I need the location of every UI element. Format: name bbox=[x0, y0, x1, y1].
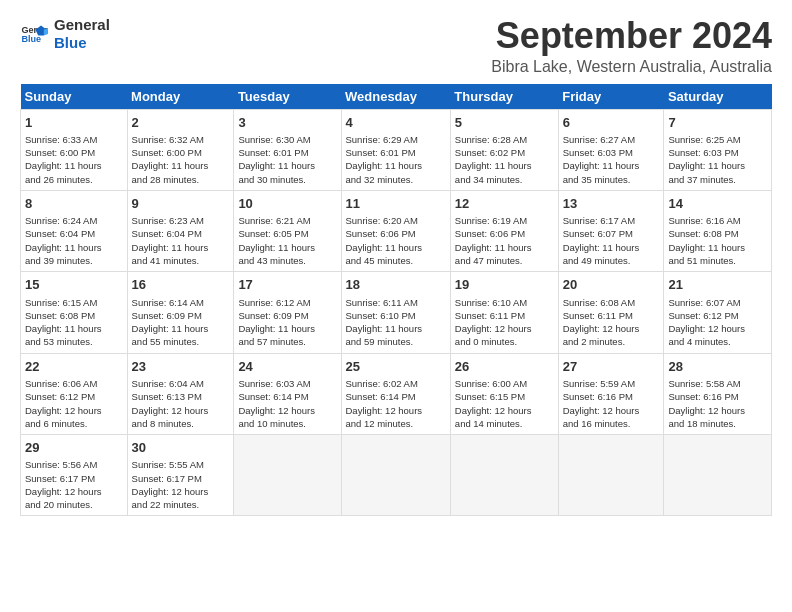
day-info-line: Daylight: 11 hours bbox=[563, 241, 660, 254]
day-info-line: Sunrise: 6:19 AM bbox=[455, 214, 554, 227]
day-number: 21 bbox=[668, 276, 767, 294]
day-info-line: Daylight: 12 hours bbox=[668, 322, 767, 335]
weekday-tuesday: Tuesday bbox=[234, 84, 341, 110]
day-info-line: Sunset: 6:09 PM bbox=[132, 309, 230, 322]
day-number: 22 bbox=[25, 358, 123, 376]
week-row-5: 29Sunrise: 5:56 AMSunset: 6:17 PMDayligh… bbox=[21, 435, 772, 516]
day-info-line: Sunrise: 6:06 AM bbox=[25, 377, 123, 390]
day-info-line: Daylight: 12 hours bbox=[455, 404, 554, 417]
calendar-cell: 28Sunrise: 5:58 AMSunset: 6:16 PMDayligh… bbox=[664, 353, 772, 434]
weekday-saturday: Saturday bbox=[664, 84, 772, 110]
day-info-line: Sunrise: 6:08 AM bbox=[563, 296, 660, 309]
day-info-line: Sunrise: 6:20 AM bbox=[346, 214, 446, 227]
day-info-line: and 26 minutes. bbox=[25, 173, 123, 186]
day-number: 3 bbox=[238, 114, 336, 132]
day-info-line: Daylight: 11 hours bbox=[346, 159, 446, 172]
day-info-line: Daylight: 12 hours bbox=[346, 404, 446, 417]
day-info-line: Sunset: 6:16 PM bbox=[563, 390, 660, 403]
calendar-cell: 1Sunrise: 6:33 AMSunset: 6:00 PMDaylight… bbox=[21, 109, 128, 190]
day-info-line: Daylight: 11 hours bbox=[132, 322, 230, 335]
day-info-line: and 4 minutes. bbox=[668, 335, 767, 348]
day-info-line: Sunset: 6:16 PM bbox=[668, 390, 767, 403]
day-info-line: Daylight: 12 hours bbox=[132, 404, 230, 417]
calendar-cell bbox=[341, 435, 450, 516]
day-info-line: Sunrise: 6:23 AM bbox=[132, 214, 230, 227]
day-number: 19 bbox=[455, 276, 554, 294]
weekday-header-row: SundayMondayTuesdayWednesdayThursdayFrid… bbox=[21, 84, 772, 110]
calendar-cell: 8Sunrise: 6:24 AMSunset: 6:04 PMDaylight… bbox=[21, 190, 128, 271]
svg-text:Blue: Blue bbox=[21, 34, 41, 44]
day-info-line: Daylight: 11 hours bbox=[346, 322, 446, 335]
day-info-line: Sunrise: 5:59 AM bbox=[563, 377, 660, 390]
calendar-cell bbox=[450, 435, 558, 516]
day-info-line: Sunset: 6:11 PM bbox=[563, 309, 660, 322]
day-info-line: Daylight: 11 hours bbox=[668, 159, 767, 172]
day-number: 17 bbox=[238, 276, 336, 294]
day-info-line: Sunrise: 6:15 AM bbox=[25, 296, 123, 309]
day-number: 27 bbox=[563, 358, 660, 376]
day-info-line: Sunrise: 5:55 AM bbox=[132, 458, 230, 471]
calendar-cell: 4Sunrise: 6:29 AMSunset: 6:01 PMDaylight… bbox=[341, 109, 450, 190]
page: General Blue General Blue September 2024… bbox=[0, 0, 792, 532]
day-info-line: and 45 minutes. bbox=[346, 254, 446, 267]
calendar-cell: 18Sunrise: 6:11 AMSunset: 6:10 PMDayligh… bbox=[341, 272, 450, 353]
day-info-line: Sunrise: 6:10 AM bbox=[455, 296, 554, 309]
day-number: 20 bbox=[563, 276, 660, 294]
day-info-line: Sunset: 6:04 PM bbox=[132, 227, 230, 240]
day-info-line: Sunrise: 6:21 AM bbox=[238, 214, 336, 227]
day-info-line: Sunset: 6:12 PM bbox=[668, 309, 767, 322]
day-number: 12 bbox=[455, 195, 554, 213]
calendar-cell: 15Sunrise: 6:15 AMSunset: 6:08 PMDayligh… bbox=[21, 272, 128, 353]
day-info-line: Daylight: 11 hours bbox=[25, 241, 123, 254]
day-info-line: and 16 minutes. bbox=[563, 417, 660, 430]
day-info-line: Daylight: 11 hours bbox=[668, 241, 767, 254]
logo: General Blue General Blue bbox=[20, 16, 110, 52]
day-info-line: Sunrise: 6:00 AM bbox=[455, 377, 554, 390]
day-info-line: Sunset: 6:14 PM bbox=[238, 390, 336, 403]
day-number: 15 bbox=[25, 276, 123, 294]
day-number: 14 bbox=[668, 195, 767, 213]
day-info-line: Daylight: 12 hours bbox=[563, 404, 660, 417]
day-info-line: Sunrise: 6:17 AM bbox=[563, 214, 660, 227]
day-info-line: Daylight: 11 hours bbox=[238, 322, 336, 335]
day-number: 16 bbox=[132, 276, 230, 294]
day-info-line: Sunrise: 6:12 AM bbox=[238, 296, 336, 309]
day-info-line: Daylight: 11 hours bbox=[455, 241, 554, 254]
day-info-line: Sunrise: 6:32 AM bbox=[132, 133, 230, 146]
calendar-cell: 3Sunrise: 6:30 AMSunset: 6:01 PMDaylight… bbox=[234, 109, 341, 190]
weekday-friday: Friday bbox=[558, 84, 664, 110]
day-number: 26 bbox=[455, 358, 554, 376]
day-number: 24 bbox=[238, 358, 336, 376]
day-info-line: and 6 minutes. bbox=[25, 417, 123, 430]
calendar-cell: 25Sunrise: 6:02 AMSunset: 6:14 PMDayligh… bbox=[341, 353, 450, 434]
day-number: 23 bbox=[132, 358, 230, 376]
day-info-line: Sunrise: 6:33 AM bbox=[25, 133, 123, 146]
day-info-line: Sunset: 6:08 PM bbox=[668, 227, 767, 240]
day-info-line: Sunset: 6:15 PM bbox=[455, 390, 554, 403]
calendar-cell: 24Sunrise: 6:03 AMSunset: 6:14 PMDayligh… bbox=[234, 353, 341, 434]
day-info-line: Daylight: 12 hours bbox=[668, 404, 767, 417]
calendar-cell: 22Sunrise: 6:06 AMSunset: 6:12 PMDayligh… bbox=[21, 353, 128, 434]
calendar-cell: 26Sunrise: 6:00 AMSunset: 6:15 PMDayligh… bbox=[450, 353, 558, 434]
calendar-cell: 7Sunrise: 6:25 AMSunset: 6:03 PMDaylight… bbox=[664, 109, 772, 190]
day-number: 29 bbox=[25, 439, 123, 457]
day-info-line: Sunrise: 6:28 AM bbox=[455, 133, 554, 146]
day-info-line: and 37 minutes. bbox=[668, 173, 767, 186]
weekday-sunday: Sunday bbox=[21, 84, 128, 110]
day-info-line: Sunset: 6:06 PM bbox=[346, 227, 446, 240]
day-number: 13 bbox=[563, 195, 660, 213]
day-info-line: Sunrise: 6:03 AM bbox=[238, 377, 336, 390]
day-info-line: Daylight: 11 hours bbox=[25, 159, 123, 172]
day-info-line: and 34 minutes. bbox=[455, 173, 554, 186]
day-info-line: Sunset: 6:11 PM bbox=[455, 309, 554, 322]
day-info-line: Sunrise: 5:56 AM bbox=[25, 458, 123, 471]
day-number: 9 bbox=[132, 195, 230, 213]
calendar-cell: 9Sunrise: 6:23 AMSunset: 6:04 PMDaylight… bbox=[127, 190, 234, 271]
day-info-line: and 59 minutes. bbox=[346, 335, 446, 348]
day-info-line: and 10 minutes. bbox=[238, 417, 336, 430]
day-info-line: and 0 minutes. bbox=[455, 335, 554, 348]
day-info-line: Sunrise: 6:27 AM bbox=[563, 133, 660, 146]
day-number: 30 bbox=[132, 439, 230, 457]
day-info-line: Sunset: 6:01 PM bbox=[238, 146, 336, 159]
day-info-line: and 47 minutes. bbox=[455, 254, 554, 267]
